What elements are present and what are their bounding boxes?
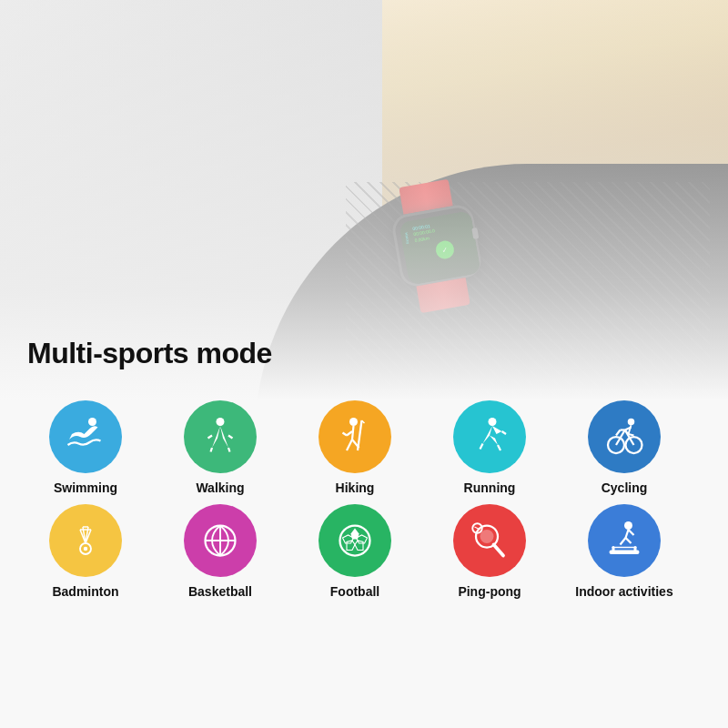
football-icon-circle: [318, 504, 391, 577]
svg-line-48: [494, 545, 504, 556]
football-icon: [333, 519, 377, 562]
svg-line-26: [629, 425, 632, 434]
hiking-label: Hiking: [336, 480, 375, 495]
watch-screen: History 00:00:01 00:00:00.0 0.00km ✓: [399, 210, 481, 286]
sport-item-hiking: Hiking: [288, 400, 422, 495]
walking-icon: [198, 415, 242, 459]
indoor-icon-circle: [588, 504, 661, 577]
watch-screen-content: History 00:00:01 00:00:00.0 0.00km ✓: [399, 210, 481, 286]
svg-point-6: [349, 418, 358, 426]
watch-body: History 00:00:01 00:00:00.0 0.00km ✓: [390, 203, 484, 288]
svg-line-53: [621, 538, 626, 545]
cycling-icon: [602, 415, 646, 459]
indoor-icon: [602, 519, 646, 562]
swimming-icon: [64, 415, 107, 459]
cycling-label: Cycling: [602, 480, 648, 495]
svg-line-12: [358, 420, 362, 450]
svg-point-51: [624, 521, 632, 530]
watch-button[interactable]: [471, 228, 479, 239]
svg-line-5: [228, 436, 233, 439]
svg-line-52: [626, 530, 629, 538]
indoor-label: Indoor activities: [575, 584, 672, 599]
sports-row-2: Badminton Basketball: [18, 504, 710, 599]
svg-point-0: [88, 418, 96, 426]
svg-line-54: [626, 538, 632, 543]
sport-item-swimming: Swimming: [18, 400, 153, 495]
svg-line-17: [502, 431, 507, 434]
badminton-label: Badminton: [52, 584, 118, 599]
pingpong-label: Ping-pong: [458, 584, 521, 599]
sport-item-ping-pong: Ping-pong: [422, 504, 557, 599]
svg-point-47: [480, 530, 494, 543]
svg-line-3: [228, 448, 230, 452]
svg-line-10: [347, 431, 352, 436]
sports-row-1: Swimming Walking: [18, 400, 710, 495]
svg-point-30: [84, 547, 88, 551]
svg-line-55: [629, 530, 634, 535]
walking-icon-circle: [184, 400, 257, 473]
swimming-label: Swimming: [54, 480, 117, 495]
basketball-label: Basketball: [188, 584, 252, 599]
swimming-icon-circle: [49, 400, 122, 473]
sport-item-badminton: Badminton: [18, 504, 153, 599]
running-icon-circle: [453, 400, 526, 473]
page-title: Multi-sports mode: [27, 337, 272, 370]
basketball-icon-circle: [184, 504, 257, 577]
svg-line-15: [480, 444, 483, 450]
sport-item-running: Running: [422, 400, 557, 495]
football-label: Football: [330, 584, 379, 599]
basketball-icon: [198, 519, 242, 562]
svg-line-24: [616, 430, 621, 436]
pingpong-icon: [468, 519, 511, 562]
sport-item-basketball: Basketball: [153, 504, 288, 599]
running-icon: [468, 415, 511, 459]
hiking-icon-circle: [318, 400, 391, 473]
badminton-icon-circle: [49, 504, 122, 577]
watch-history-label: History: [404, 232, 410, 244]
svg-line-8: [347, 440, 352, 450]
svg-point-1: [217, 418, 225, 426]
svg-line-16: [498, 445, 500, 450]
running-label: Running: [464, 480, 516, 495]
svg-point-18: [628, 419, 635, 426]
svg-line-2: [211, 448, 213, 452]
cycling-icon-circle: [588, 400, 661, 473]
hiking-icon: [333, 415, 377, 459]
svg-marker-44: [347, 541, 355, 551]
sport-item-walking: Walking: [153, 400, 288, 495]
svg-marker-45: [355, 541, 363, 551]
svg-line-7: [352, 426, 354, 440]
smartwatch: History 00:00:01 00:00:00.0 0.00km ✓: [375, 191, 499, 299]
walking-label: Walking: [196, 480, 244, 495]
pingpong-icon-circle: [453, 504, 526, 577]
sport-item-cycling: Cycling: [557, 400, 692, 495]
svg-line-11: [343, 433, 348, 436]
sports-grid: Swimming Walking: [18, 400, 710, 599]
svg-line-4: [208, 436, 213, 439]
svg-point-14: [489, 418, 497, 426]
sport-item-football: Football: [288, 504, 422, 599]
sport-item-indoor: Indoor activities: [557, 504, 692, 599]
badminton-icon: [64, 519, 107, 562]
